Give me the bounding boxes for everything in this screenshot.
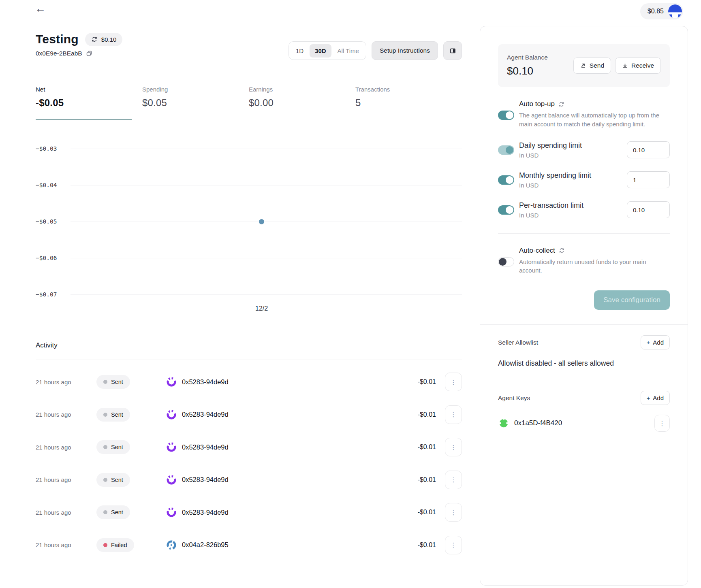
auto-topup-setting: Auto top-up The agent balance will autom… — [498, 100, 670, 129]
daily-limit-title: Daily spending limit — [519, 141, 582, 150]
status-badge: Sent — [96, 505, 130, 519]
row-menu-button[interactable]: ⋮ — [445, 373, 462, 391]
auto-topup-toggle[interactable] — [498, 111, 514, 120]
gridline — [71, 185, 462, 185]
gridline — [71, 294, 462, 295]
range-30d-button[interactable]: 30D — [310, 44, 331, 58]
key-menu-button[interactable]: ⋮ — [654, 415, 670, 432]
chart-toolbar: 1D 30D All Time Setup Instructions — [289, 41, 462, 60]
activity-row[interactable]: 21 hours ago Failed 0x04a2-826b95 -$0.01… — [36, 529, 462, 562]
row-amount: -$0.01 — [418, 411, 436, 418]
range-1d-button[interactable]: 1D — [291, 44, 309, 58]
counterparty-address: 0x5283-94de9d — [182, 509, 229, 516]
activity-row[interactable]: 21 hours ago Sent 0x5283-94de9d -$0.01 ⋮ — [36, 431, 462, 464]
status-label: Sent — [111, 509, 123, 516]
monthly-limit-title: Monthly spending limit — [519, 171, 591, 180]
per-transaction-limit-toggle[interactable] — [498, 205, 514, 215]
auto-collect-toggle[interactable] — [498, 257, 514, 266]
row-menu-button[interactable]: ⋮ — [445, 471, 462, 489]
seller-allowlist-section: Seller Allowlist + Add Allowlist disable… — [480, 324, 688, 380]
row-menu-button[interactable]: ⋮ — [445, 405, 462, 424]
monthly-limit-toggle[interactable] — [498, 175, 514, 185]
account-avatar-icon — [668, 4, 682, 18]
agent-key-row[interactable]: 0x1a5D-f4B420 ⋮ — [498, 415, 670, 432]
seller-identicon-purple — [166, 377, 177, 387]
add-label: Add — [653, 394, 664, 401]
add-seller-button[interactable]: + Add — [641, 335, 670, 349]
daily-limit-unit: In USD — [519, 152, 582, 159]
row-menu-button[interactable]: ⋮ — [445, 438, 462, 456]
agent-balance-card: Agent Balance $0.10 Send — [498, 44, 670, 87]
y-gridline-row: −$0.03 — [36, 145, 462, 153]
status-label: Failed — [111, 542, 127, 548]
allowlist-status-text: Allowlist disabled - all sellers allowed — [498, 359, 670, 368]
y-gridline-row: −$0.05 — [36, 217, 462, 226]
time-range-switcher: 1D 30D All Time — [289, 41, 366, 60]
counterparty-address: 0x5283-94de9d — [182, 476, 229, 484]
y-gridline-row: −$0.07 — [36, 290, 462, 298]
agent-balance-value: $0.10 — [507, 65, 548, 77]
stat-label: Earnings — [249, 86, 355, 93]
range-alltime-button[interactable]: All Time — [332, 44, 364, 58]
stat-tab-spending[interactable]: Spending $0.05 — [142, 86, 249, 120]
page-header: Testing $0.10 0x0E9e-2BEabB — [36, 32, 462, 60]
auto-topup-title: Auto top-up — [519, 100, 555, 108]
seller-allowlist-title: Seller Allowlist — [498, 339, 538, 346]
send-button[interactable]: Send — [573, 58, 611, 74]
side-panel-icon — [449, 47, 457, 55]
stat-label: Net — [36, 86, 142, 93]
net-chart: −$0.03 −$0.04 −$0.05 −$0.06 −$0.07 12/2 — [36, 128, 462, 318]
y-gridline-row: −$0.04 — [36, 181, 462, 189]
daily-limit-input[interactable] — [627, 141, 670, 158]
chart-data-point[interactable] — [259, 219, 264, 224]
refresh-icon — [558, 101, 564, 107]
agent-address: 0x0E9e-2BEabB — [36, 50, 82, 57]
auto-topup-description: The agent balance will automatically top… — [519, 111, 670, 129]
y-tick-label: −$0.03 — [36, 145, 71, 152]
stat-tab-net[interactable]: Net -$0.05 — [36, 86, 142, 120]
account-balance-pill[interactable]: $0.85 — [640, 3, 683, 19]
stat-tab-transactions[interactable]: Transactions 5 — [355, 86, 462, 120]
daily-limit-toggle[interactable] — [498, 145, 514, 155]
row-timestamp: 21 hours ago — [36, 379, 96, 386]
config-section: Agent Balance $0.10 Send — [480, 26, 688, 324]
activity-row[interactable]: 21 hours ago Sent 0x5283-94de9d -$0.01 ⋮ — [36, 496, 462, 529]
activity-title: Activity — [36, 341, 462, 360]
status-label: Sent — [111, 444, 123, 450]
save-configuration-button[interactable]: Save configuration — [594, 290, 670, 310]
stat-tab-earnings[interactable]: Earnings $0.00 — [249, 86, 355, 120]
monthly-limit-input[interactable] — [627, 171, 670, 188]
row-menu-button[interactable]: ⋮ — [445, 503, 462, 522]
balance-refresh-badge[interactable]: $0.10 — [85, 33, 123, 46]
status-badge: Failed — [96, 538, 134, 552]
toggle-panel-button[interactable] — [443, 41, 462, 60]
activity-row[interactable]: 21 hours ago Sent 0x5283-94de9d -$0.01 ⋮ — [36, 366, 462, 398]
back-button[interactable]: ← — [35, 3, 46, 14]
per-transaction-limit-input[interactable] — [627, 201, 670, 218]
agent-config-panel: Agent Balance $0.10 Send — [480, 26, 688, 586]
activity-row[interactable]: 21 hours ago Sent 0x5283-94de9d -$0.01 ⋮ — [36, 398, 462, 431]
status-badge: Sent — [96, 408, 130, 422]
activity-row[interactable]: 21 hours ago Sent 0x5283-94de9d -$0.01 ⋮ — [36, 464, 462, 496]
row-menu-button[interactable]: ⋮ — [445, 536, 462, 554]
stats-tabs: Net -$0.05 Spending $0.05 Earnings $0.00… — [36, 86, 462, 120]
gridline — [71, 222, 462, 222]
setup-instructions-button[interactable]: Setup Instructions — [372, 41, 438, 60]
gridline — [71, 258, 462, 258]
add-agent-key-button[interactable]: + Add — [641, 391, 670, 405]
agent-keys-title: Agent Keys — [498, 394, 530, 402]
row-amount: -$0.01 — [418, 378, 436, 386]
x-tick-label: 12/2 — [255, 305, 268, 312]
stat-value: 5 — [355, 97, 462, 109]
copy-icon — [86, 50, 92, 57]
plus-icon: + — [647, 394, 650, 401]
y-tick-label: −$0.07 — [36, 291, 71, 298]
row-timestamp: 21 hours ago — [36, 411, 96, 418]
plus-icon: + — [647, 339, 650, 346]
stat-value: $0.00 — [249, 97, 355, 109]
auto-collect-title: Auto-collect — [519, 247, 555, 255]
copy-address-button[interactable] — [86, 50, 92, 57]
receive-icon — [622, 63, 628, 69]
stat-value: $0.05 — [142, 97, 249, 109]
receive-button[interactable]: Receive — [615, 58, 661, 74]
